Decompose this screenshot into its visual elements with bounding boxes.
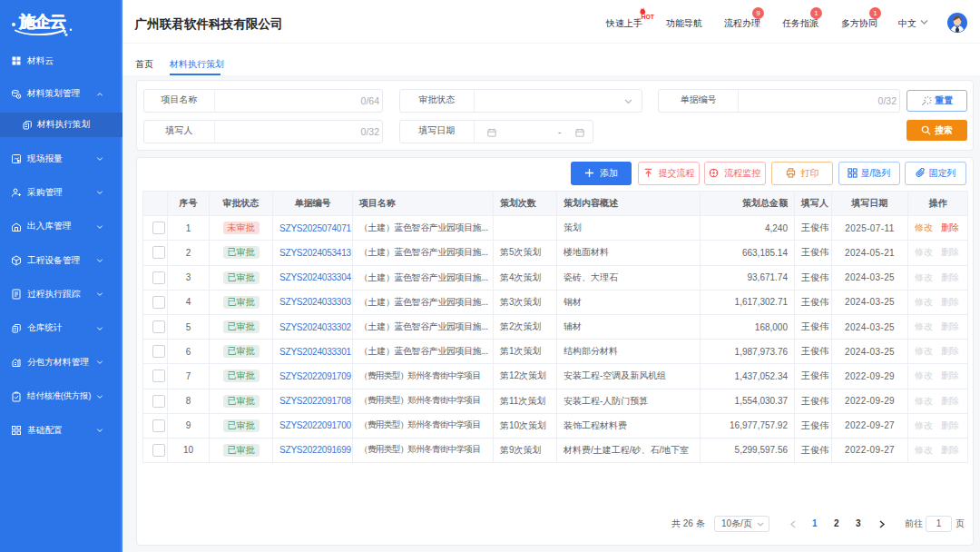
svg-text:HOT: HOT — [642, 14, 655, 20]
